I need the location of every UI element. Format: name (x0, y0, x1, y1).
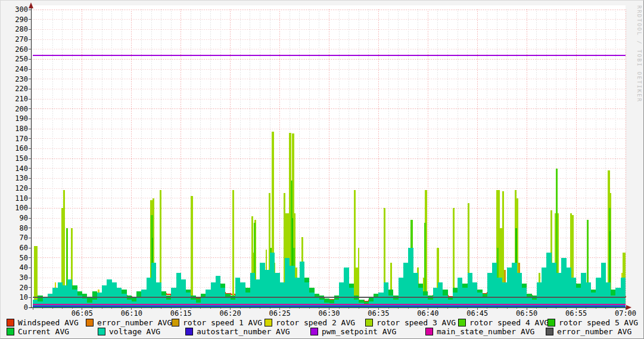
legend-item-rotor-speed-5-avg: rotor speed 5 AVG (547, 318, 638, 327)
legend-color-swatch (458, 319, 466, 326)
y-axis-label: 160 (15, 144, 28, 153)
legend-label: pwm_setpoint AVG (322, 327, 396, 336)
y-axis-label: 10 (20, 293, 28, 301)
legend-item-current-avg: Current AVG (7, 327, 69, 336)
y-axis-label: 190 (15, 114, 28, 123)
y-axis-label: 60 (20, 244, 28, 252)
y-axis-label: 150 (15, 154, 28, 163)
x-axis-label: 06:35 (368, 309, 389, 317)
y-axis-label: 260 (15, 45, 28, 54)
legend-label: rotor speed 4 AVG (469, 318, 549, 327)
legend-color-swatch (425, 328, 433, 335)
y-axis-label: 230 (15, 75, 28, 83)
legend-label: rotor speed 5 AVG (559, 318, 638, 327)
legend-color-swatch (365, 319, 373, 326)
y-axis-label: 170 (15, 135, 28, 143)
legend: Windspeed AVGerror_number AVGrotor speed… (1, 317, 644, 338)
time-series-chart: 0102030405060708090100110120130140150160… (1, 1, 644, 317)
y-axis-label: 220 (15, 85, 28, 93)
y-axis-label: 180 (15, 125, 28, 133)
y-axis-label: 0 (24, 303, 28, 312)
watermark: RRDTOOL / TOBI OETIKER (636, 5, 642, 102)
legend-item-rotor-speed-2-avg: rotor speed 2 AVG (265, 318, 355, 327)
y-axis-label: 200 (15, 105, 28, 113)
legend-color-swatch (546, 328, 553, 335)
y-axis-label: 50 (20, 254, 28, 262)
rrdtool-graph: 0102030405060708090100110120130140150160… (0, 0, 644, 339)
legend-label: rotor speed 3 AVG (377, 318, 456, 327)
legend-item-error-number-avg: error_number AVG (86, 318, 172, 327)
y-axis-label: 70 (20, 234, 28, 242)
x-axis-label: 06:05 (71, 309, 93, 317)
legend-item-rotor-speed-4-avg: rotor speed 4 AVG (458, 318, 549, 327)
x-axis-label: 06:10 (121, 309, 142, 317)
y-axis-label: 20 (20, 284, 28, 292)
legend-label: Windspeed AVG (18, 318, 79, 327)
legend-label: voltage AVG (109, 327, 160, 336)
legend-label: rotor speed 1 AVG (183, 318, 262, 327)
legend-item-error-number-avg: error_number AVG (546, 327, 631, 336)
y-axis-label: 210 (15, 95, 28, 103)
legend-item-main-state-number-avg: main_state_number AVG (425, 327, 534, 336)
y-axis-label: 40 (20, 263, 28, 272)
legend-color-swatch (98, 328, 105, 335)
y-axis-label: 280 (15, 25, 28, 33)
x-axis-label: 06:50 (516, 309, 537, 317)
x-axis-label: 06:30 (318, 309, 340, 317)
y-axis-label: 290 (15, 15, 28, 24)
x-axis-label: 07:00 (615, 309, 636, 317)
legend-color-swatch (185, 328, 193, 335)
x-axis-label: 06:15 (170, 309, 192, 317)
y-axis-label: 30 (20, 273, 28, 282)
legend-color-swatch (310, 328, 318, 335)
legend-label: error_number AVG (97, 318, 172, 327)
legend-item-rotor-speed-1-avg: rotor speed 1 AVG (172, 318, 262, 327)
x-axis-label: 06:25 (269, 309, 291, 317)
legend-label: main_state_number AVG (437, 327, 534, 336)
y-axis-label: 100 (15, 204, 28, 212)
legend-label: autostart_number AVG (197, 327, 290, 336)
legend-item-windspeed-avg: Windspeed AVG (7, 318, 79, 327)
legend-color-swatch (547, 319, 555, 326)
legend-color-swatch (265, 319, 272, 326)
y-axis-label: 140 (15, 164, 28, 173)
x-axis-label: 06:20 (220, 309, 241, 317)
legend-color-swatch (7, 328, 14, 335)
legend-color-swatch (86, 319, 94, 326)
x-axis-label: 06:40 (417, 309, 438, 317)
legend-item-autostart-number-avg: autostart_number AVG (185, 327, 290, 336)
x-axis-label: 06:55 (565, 309, 587, 317)
y-axis-label: 270 (15, 35, 28, 43)
y-axis-label: 120 (15, 184, 28, 192)
legend-color-swatch (7, 319, 14, 326)
y-axis-label: 300 (15, 5, 28, 14)
legend-item-rotor-speed-3-avg: rotor speed 3 AVG (365, 318, 456, 327)
legend-label: Current AVG (18, 327, 69, 336)
y-axis-label: 110 (15, 194, 28, 203)
legend-item-voltage-avg: voltage AVG (98, 327, 160, 336)
y-axis-label: 250 (15, 55, 28, 63)
legend-item-pwm-setpoint-avg: pwm_setpoint AVG (310, 327, 396, 336)
legend-color-swatch (172, 319, 179, 326)
y-axis-label: 130 (15, 174, 28, 182)
legend-label: error_number AVG (557, 327, 631, 336)
legend-label: rotor speed 2 AVG (276, 318, 355, 327)
y-axis-label: 240 (15, 65, 28, 73)
y-axis-label: 90 (20, 214, 28, 222)
x-axis-label: 06:45 (466, 309, 488, 317)
y-axis-label: 80 (20, 224, 28, 232)
